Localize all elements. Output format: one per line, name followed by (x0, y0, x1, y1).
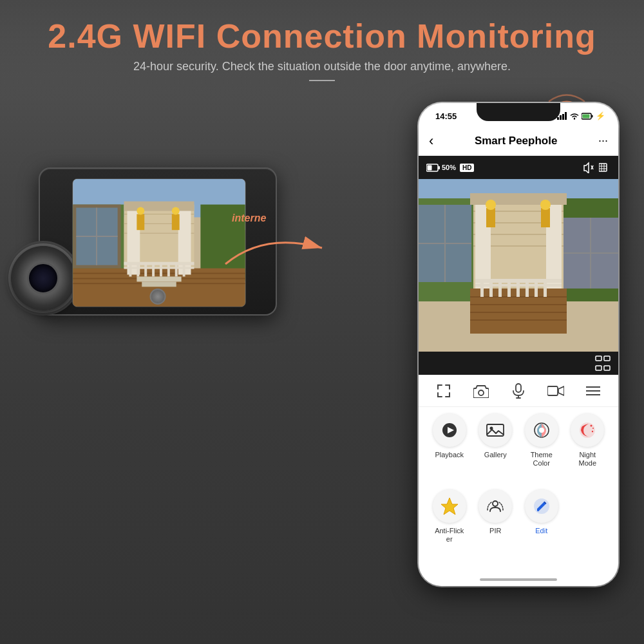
ctrl-menu[interactable] (583, 381, 603, 401)
svg-rect-97 (604, 366, 610, 370)
svg-rect-84 (489, 281, 493, 297)
phone-screen: 14:55 (419, 103, 618, 586)
svg-point-116 (592, 431, 593, 432)
svg-rect-30 (160, 264, 162, 277)
camera-view: 50% HD (419, 156, 618, 375)
ctrl-snapshot[interactable] (471, 381, 491, 401)
svg-point-98 (478, 390, 484, 395)
svg-rect-22 (172, 214, 180, 230)
camera-lens-outer (11, 246, 75, 310)
phone-container: 14:55 (419, 103, 618, 586)
svg-rect-102 (547, 386, 558, 395)
internet-label: interne (232, 213, 266, 224)
svg-rect-88 (526, 281, 529, 297)
ctrl-mic[interactable] (509, 381, 528, 401)
device-container (19, 129, 290, 489)
svg-rect-40 (562, 114, 564, 120)
device-home-button[interactable] (150, 289, 166, 305)
back-button[interactable]: ‹ (429, 133, 433, 149)
svg-rect-87 (516, 281, 520, 297)
svg-rect-28 (144, 264, 147, 277)
svg-point-42 (574, 118, 575, 119)
svg-rect-71 (470, 193, 567, 205)
svg-rect-44 (583, 114, 590, 118)
theme-label: ThemeColor (531, 451, 553, 468)
svg-rect-95 (604, 356, 610, 361)
svg-rect-29 (152, 264, 155, 277)
menu-button[interactable]: ··· (598, 134, 608, 147)
playback-icon-circle (433, 413, 466, 447)
svg-point-75 (540, 200, 551, 210)
svg-rect-19 (124, 202, 194, 211)
feature-playback[interactable]: Playback (429, 413, 470, 468)
gallery-icon-circle (478, 413, 512, 447)
porch-image-area (419, 179, 618, 352)
feature-edit[interactable]: Edit (521, 489, 562, 544)
feature-gallery[interactable]: Gallery (475, 413, 516, 468)
edit-icon (533, 497, 551, 515)
controls-bar (419, 375, 618, 407)
svg-rect-41 (565, 112, 567, 120)
feature-theme-color[interactable]: ThemeColor (521, 413, 562, 468)
night-mode-icon-circle (571, 413, 604, 447)
time-display: 14:55 (431, 111, 457, 121)
svg-rect-33 (183, 264, 185, 277)
svg-rect-39 (560, 115, 562, 120)
battery-pct: 50% (442, 164, 456, 171)
feature-night-mode[interactable]: NightMode (567, 413, 609, 468)
record-icon[interactable] (599, 163, 611, 172)
battery-status-icon (582, 113, 593, 120)
anti-flicker-icon-circle (433, 489, 466, 523)
playback-icon (441, 422, 458, 439)
svg-rect-96 (596, 366, 601, 370)
svg-rect-26 (129, 264, 131, 277)
feature-grid-row2: Anti-Flicker PIR (419, 489, 618, 544)
svg-point-114 (591, 425, 592, 427)
battery-charging-icon: ⚡ (596, 111, 605, 120)
svg-rect-51 (599, 164, 607, 171)
camera-lens-inner (27, 262, 59, 294)
feature-pir[interactable]: PIR (475, 489, 516, 544)
cam-status-bar: 50% HD (419, 156, 618, 179)
divider (309, 80, 335, 81)
svg-rect-74 (541, 208, 550, 227)
feature-empty (567, 489, 609, 544)
svg-rect-109 (487, 424, 504, 436)
battery-icon (426, 164, 440, 172)
anti-flicker-icon (441, 497, 458, 515)
header-section: 2.4G WIFI Connection Monitoring 24-hour … (0, 0, 644, 94)
svg-point-21 (137, 207, 144, 215)
night-mode-icon (578, 421, 596, 439)
gallery-label: Gallery (484, 451, 507, 459)
ctrl-fullscreen[interactable] (434, 381, 453, 401)
svg-point-115 (592, 428, 594, 429)
svg-rect-72 (486, 208, 495, 227)
pir-icon (486, 497, 504, 515)
svg-rect-32 (175, 264, 178, 277)
edit-icon-circle (525, 489, 558, 523)
app-bar: ‹ Smart Peephole ··· (419, 126, 618, 156)
main-title: 2.4G WIFI Connection Monitoring (13, 18, 631, 55)
svg-point-23 (172, 207, 180, 215)
theme-icon-circle (525, 413, 558, 447)
mute-icon[interactable] (582, 162, 594, 173)
svg-rect-83 (480, 281, 484, 297)
status-icons: ⚡ (557, 111, 605, 120)
pir-icon-circle (478, 489, 512, 523)
anti-flicker-label: Anti-Flicker (435, 527, 464, 544)
svg-rect-90 (544, 281, 547, 297)
svg-rect-27 (137, 264, 139, 277)
svg-rect-94 (596, 356, 601, 361)
sub-title: 24-hour security. Check the situation ou… (13, 60, 631, 73)
wifi-status-icon (570, 113, 579, 120)
fullscreen-icon[interactable] (595, 355, 611, 371)
feature-anti-flicker[interactable]: Anti-Flicker (429, 489, 470, 544)
pir-label: PIR (489, 527, 501, 535)
hd-badge: HD (460, 164, 474, 172)
ctrl-record[interactable] (546, 381, 565, 401)
phone-body: 14:55 (419, 103, 618, 586)
theme-color-icon (533, 421, 551, 439)
arrow-svg (213, 225, 341, 277)
svg-rect-86 (507, 281, 511, 297)
phone-notch (477, 103, 560, 121)
